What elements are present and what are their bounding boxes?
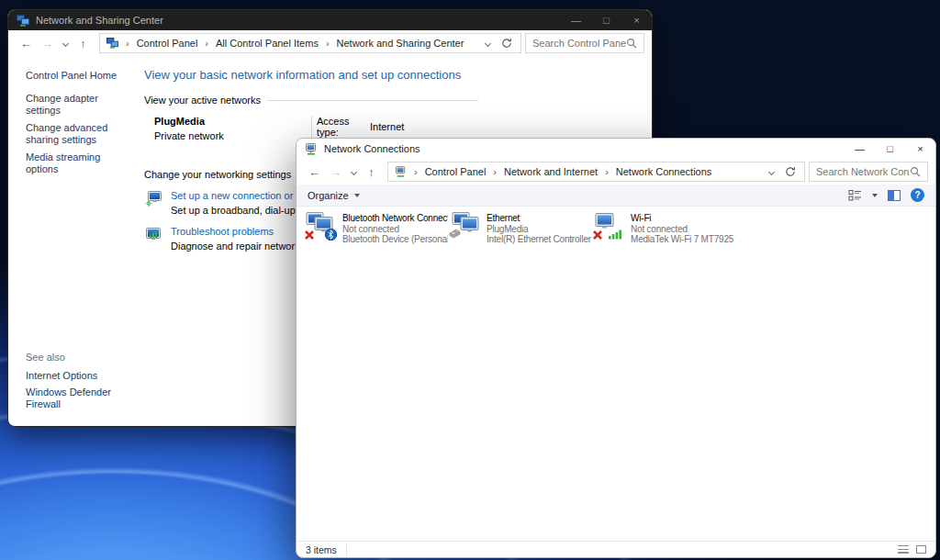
network-profile: Private network xyxy=(154,130,311,141)
network-connections-window: Network Connections — □ × ← → ↑ › Contro… xyxy=(296,138,936,558)
status-bar: 3 items xyxy=(297,541,935,557)
sidebar-item-change-adapter-settings[interactable]: Change adapter settings xyxy=(26,93,133,117)
breadcrumb-separator: › xyxy=(123,38,132,49)
forward-button: → xyxy=(37,37,58,50)
connection-name: Ethernet xyxy=(487,214,592,224)
breadcrumb-separator: › xyxy=(411,166,420,177)
recent-pages-chevron-icon[interactable] xyxy=(346,170,361,174)
address-location-icon xyxy=(395,166,407,177)
preview-pane-icon[interactable] xyxy=(888,190,901,201)
access-type-label: Access type: xyxy=(317,116,370,138)
close-button[interactable]: × xyxy=(905,139,935,159)
back-button[interactable]: ← xyxy=(304,165,325,179)
search-icon xyxy=(626,38,637,49)
view-options-dropdown-icon[interactable] xyxy=(872,194,878,197)
ethernet-adapter-icon xyxy=(448,212,483,241)
back-button[interactable]: ← xyxy=(16,37,37,50)
navigation-bar: ← → ↑ › Control Panel › Network and Inte… xyxy=(297,159,935,185)
connection-name: Bluetooth Network Connection xyxy=(342,214,448,224)
network-connections-icon xyxy=(305,143,318,155)
address-dropdown-icon[interactable] xyxy=(768,168,775,174)
minimize-button[interactable]: — xyxy=(561,10,591,30)
statusbar-divider xyxy=(346,544,347,555)
navigation-bar: ← → ↑ › Control Panel › All Control Pane… xyxy=(8,30,652,56)
breadcrumb-control-panel[interactable]: Control Panel xyxy=(137,38,198,49)
organize-label: Organize xyxy=(308,190,349,201)
search-box[interactable] xyxy=(525,33,644,53)
breadcrumb-current[interactable]: Network Connections xyxy=(616,166,712,177)
large-icons-view-icon[interactable] xyxy=(916,545,926,554)
access-type-value: Internet xyxy=(370,121,404,132)
see-also-section: See also Internet Options Windows Defend… xyxy=(26,352,139,415)
breadcrumb-separator: › xyxy=(490,166,499,177)
network-sharing-center-icon xyxy=(17,15,29,27)
titlebar[interactable]: Network and Sharing Center — □ × xyxy=(8,10,652,30)
breadcrumb-separator: › xyxy=(202,38,211,49)
connection-device: MediaTek Wi-Fi 7 MT7925 Wireles... xyxy=(631,235,736,245)
close-button[interactable]: × xyxy=(621,10,652,30)
organize-dropdown-icon xyxy=(354,194,360,197)
connection-status: Not connected xyxy=(342,225,448,235)
page-title: View your basic network information and … xyxy=(144,68,478,82)
sidebar-item-media-streaming[interactable]: Media streaming options xyxy=(26,151,133,175)
maximize-button[interactable]: □ xyxy=(591,10,621,30)
connection-device: Intel(R) Ethernet Controller I226-V xyxy=(487,235,592,245)
troubleshoot-icon xyxy=(144,226,162,252)
connection-status: PlugMedia xyxy=(487,225,592,235)
connection-item-wifi[interactable]: Wi-Fi Not connected MediaTek Wi-Fi 7 MT7… xyxy=(592,212,736,541)
file-list-area[interactable]: Bluetooth Network Connection Not connect… xyxy=(297,207,935,541)
organize-button[interactable]: Organize xyxy=(308,190,360,201)
minimize-button[interactable]: — xyxy=(845,139,875,159)
sidebar-item-change-advanced-sharing[interactable]: Change advanced sharing settings xyxy=(26,122,133,146)
sidebar-item-control-panel-home[interactable]: Control Panel Home xyxy=(26,70,133,81)
up-button[interactable]: ↑ xyxy=(361,165,382,179)
address-bar[interactable]: › Control Panel › All Control Panel Item… xyxy=(99,33,521,53)
sidebar-item-internet-options[interactable]: Internet Options xyxy=(26,370,139,382)
window-title: Network and Sharing Center xyxy=(36,15,163,26)
item-count: 3 items xyxy=(306,544,337,555)
breadcrumb-all-items[interactable]: All Control Panel Items xyxy=(216,38,319,49)
breadcrumb-network-internet[interactable]: Network and Internet xyxy=(504,166,598,177)
maximize-button[interactable]: □ xyxy=(875,139,905,159)
address-location-icon xyxy=(106,38,118,49)
network-name: PlugMedia xyxy=(154,116,311,127)
help-icon[interactable]: ? xyxy=(911,188,924,202)
desktop: Network and Sharing Center — □ × ← → ↑ ›… xyxy=(0,0,940,560)
sidebar-item-windows-defender-firewall[interactable]: Windows Defender Firewall xyxy=(26,386,139,410)
recent-pages-chevron-icon[interactable] xyxy=(58,41,73,46)
search-input[interactable] xyxy=(532,38,626,49)
command-toolbar: Organize ? xyxy=(297,185,935,207)
breadcrumb-separator: › xyxy=(323,38,332,49)
search-input[interactable] xyxy=(816,166,910,177)
address-bar[interactable]: › Control Panel › Network and Internet ›… xyxy=(387,162,805,182)
active-networks-label: View your active networks xyxy=(144,95,261,106)
wifi-adapter-icon xyxy=(592,212,627,241)
details-view-icon[interactable] xyxy=(898,545,909,554)
window-title: Network Connections xyxy=(324,143,420,154)
breadcrumb-separator: › xyxy=(602,166,611,177)
search-box[interactable] xyxy=(809,162,928,182)
bluetooth-adapter-icon xyxy=(304,212,339,241)
connection-status: Not connected xyxy=(631,225,736,235)
view-options-icon[interactable] xyxy=(848,189,862,201)
breadcrumb-current[interactable]: Network and Sharing Center xyxy=(337,38,464,49)
refresh-icon[interactable] xyxy=(785,166,796,177)
forward-button: → xyxy=(325,165,346,179)
connection-item-bluetooth[interactable]: Bluetooth Network Connection Not connect… xyxy=(304,212,448,541)
see-also-label: See also xyxy=(26,352,139,363)
connection-name: Wi-Fi xyxy=(631,214,736,224)
new-connection-icon xyxy=(144,190,162,216)
search-icon xyxy=(910,166,921,177)
up-button[interactable]: ↑ xyxy=(73,37,94,50)
section-rule xyxy=(267,100,478,101)
connection-device: Bluetooth Device (Personal Area ... xyxy=(342,235,448,245)
breadcrumb-control-panel[interactable]: Control Panel xyxy=(425,166,487,177)
connection-item-ethernet[interactable]: Ethernet PlugMedia Intel(R) Ethernet Con… xyxy=(448,212,592,541)
networking-settings-label: Change your networking settings xyxy=(144,169,291,180)
sidebar: Control Panel Home Change adapter settin… xyxy=(8,56,139,426)
active-networks-section-header: View your active networks xyxy=(144,95,478,106)
address-dropdown-icon[interactable] xyxy=(485,39,491,46)
titlebar[interactable]: Network Connections — □ × xyxy=(297,139,935,159)
refresh-icon[interactable] xyxy=(501,38,512,49)
